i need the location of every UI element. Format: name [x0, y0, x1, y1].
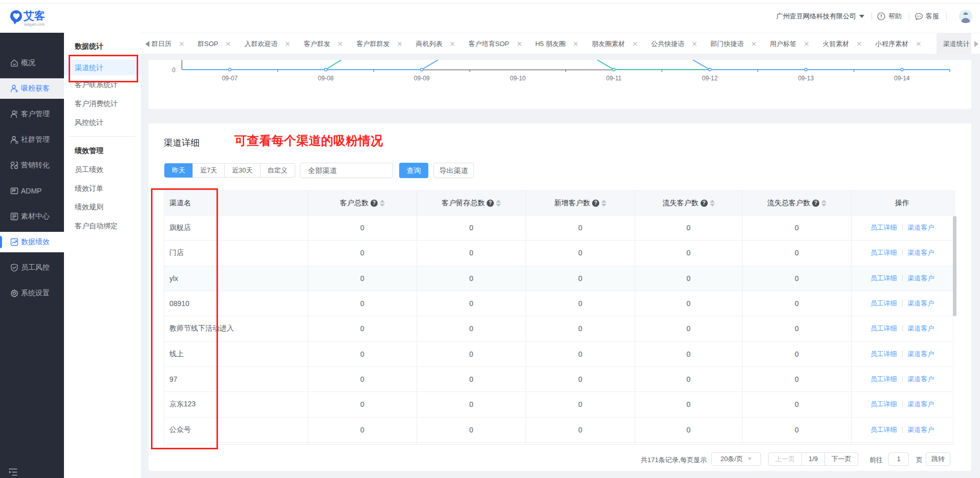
svg-text:艾客: 艾客	[23, 10, 45, 21]
svg-text:09-10: 09-10	[510, 75, 526, 82]
svg-text:09-13: 09-13	[798, 75, 814, 82]
svg-text:aiagain.com: aiagain.com	[24, 22, 45, 27]
svg-text:0: 0	[172, 67, 176, 74]
svg-text:09-09: 09-09	[414, 75, 430, 82]
svg-text:09-11: 09-11	[606, 75, 622, 82]
svg-text:09-07: 09-07	[222, 75, 238, 82]
svg-text:09-08: 09-08	[318, 75, 334, 82]
svg-text:09-12: 09-12	[702, 75, 718, 82]
svg-text:09-14: 09-14	[894, 75, 910, 82]
